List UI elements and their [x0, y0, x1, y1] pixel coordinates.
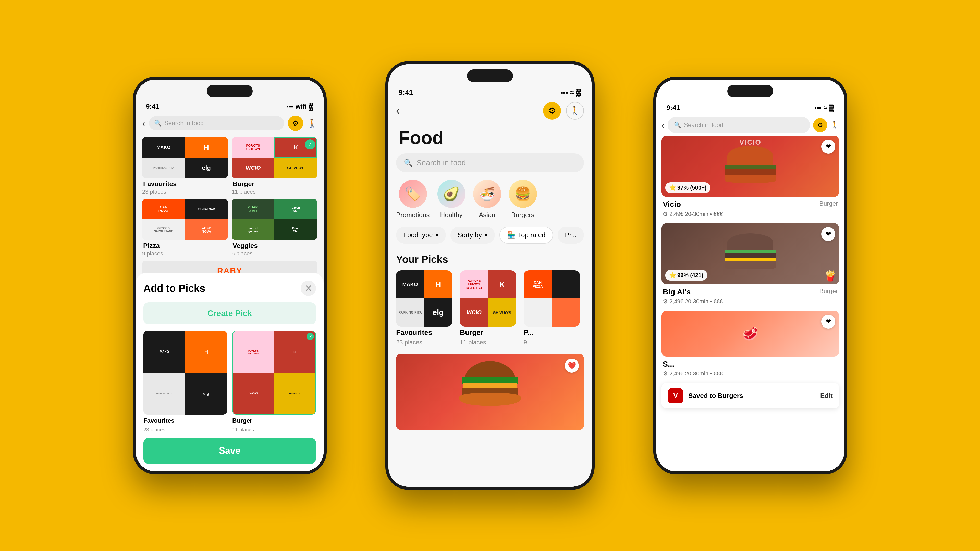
modal-title: Add to Picks	[143, 283, 205, 294]
search-icon-right: 🔍	[674, 122, 681, 128]
signal-center: ▪▪▪	[560, 89, 568, 97]
restaurant-partial[interactable]: 🥩 ❤ S... ⚙ 2,49€ 20-30min • €€€	[662, 311, 839, 378]
bg-pick-burger-count: 11 places	[232, 189, 318, 195]
promotions-label: Promotions	[396, 211, 430, 219]
pick-fav-grid: MAKO H PARKING PITA elg	[396, 270, 452, 327]
phone-left: 9:41 ▪▪▪ wifi ▓ ‹ 🔍 Search in food ⚙	[133, 76, 327, 475]
search-text-center: Search in food	[417, 159, 466, 167]
create-pick-btn[interactable]: Create Pick	[143, 302, 316, 324]
heart-btn-center[interactable]: ❤️	[565, 359, 579, 373]
activity-icon-right[interactable]: 🚶	[830, 121, 839, 129]
category-healthy[interactable]: 🥑 Healthy	[438, 180, 466, 219]
signal-right: ▪▪▪	[815, 104, 821, 112]
wifi-center: ≈	[570, 89, 574, 97]
search-bar-center[interactable]: 🔍 Search in food	[396, 153, 584, 172]
filter-pr-label: Pr...	[565, 231, 576, 239]
filter-sort-chevron: ▾	[484, 231, 488, 239]
delivery-icon-partial: ⚙	[663, 370, 668, 377]
filters-row: Food type ▾ Sorty by ▾ 🏪 Top rated Pr...	[388, 227, 592, 251]
partial-price: • €€€	[710, 370, 723, 377]
category-promotions[interactable]: 🏷️ Promotions	[396, 180, 430, 219]
bg-pick-favourites[interactable]: MAKO H PARKING PITA elg	[142, 137, 228, 195]
modal-pick-favourites[interactable]: MAKO H PARKING PITA elg Favourites 23 pl…	[143, 331, 227, 433]
back-btn-left[interactable]: ‹	[142, 118, 145, 128]
phone-right: 9:41 ▪▪▪ ≈ ▓ ‹ 🔍 Search in food ⚙ 🚶	[653, 76, 847, 475]
picks-scroll: MAKO H PARKING PITA elg Favourites 23 pl…	[388, 270, 592, 354]
modal-pick-burger-label: Burger	[232, 417, 316, 424]
bigals-price: • €€€	[710, 298, 723, 305]
phone-left-inner: 9:41 ▪▪▪ wifi ▓ ‹ 🔍 Search in food ⚙	[136, 79, 324, 472]
filter-food-type[interactable]: Food type ▾	[396, 227, 446, 244]
pick-card-p[interactable]: CANPIZZA P... 9	[524, 270, 580, 346]
bg-pick-veggies[interactable]: CHAKAMO Greenst... honestgreens GoodShit	[232, 199, 318, 257]
modal-picks-grid: MAKO H PARKING PITA elg Favourites 23 pl…	[143, 331, 316, 433]
partial-info: S...	[662, 357, 839, 370]
activity-icon-left[interactable]: 🚶	[307, 118, 317, 128]
restaurant-vicio[interactable]: VICIO ❤ ⭐ 97% (500+) Vicio Burger ⚙	[662, 136, 839, 218]
burgers-label: Burgers	[511, 211, 535, 219]
pick-burger-grid: PORKY'SUPTOWNBARCELONA K VICIO GHIVUO'S	[460, 270, 516, 327]
filter-food-type-chevron: ▾	[435, 231, 439, 239]
pick-p-count: 9	[524, 339, 580, 346]
profile-icon-left[interactable]: ⚙	[288, 116, 303, 131]
activity-icon-center[interactable]: 🚶	[566, 102, 584, 120]
healthy-icon-bg: 🥑	[438, 180, 466, 208]
filter-pr[interactable]: Pr...	[558, 227, 584, 244]
search-icon-center: 🔍	[404, 159, 413, 167]
filter-sort-label: Sorty by	[458, 231, 482, 239]
partial-delivery-time: 20-30min	[685, 370, 708, 377]
toast-icon: V	[668, 388, 683, 403]
bg-pick-veggies-label: Veggies	[232, 240, 318, 250]
signal-icon-left: ▪▪▪	[286, 103, 293, 110]
bg-pick-pizza[interactable]: CANPIZZA TRVFALGAR GROSSONAPOLETANO CREP…	[142, 199, 228, 257]
center-restaurant-card[interactable]: ❤️	[396, 354, 584, 430]
nav-bar-center: ‹ ⚙ 🚶	[388, 99, 592, 125]
bg-pick-fav-label: Favourites	[142, 178, 228, 189]
rating-badge-bigals: ⭐ 96% (421)	[665, 270, 707, 281]
category-asian[interactable]: 🍜 Asian	[473, 180, 501, 219]
restaurant-bigals[interactable]: 🍟 ❤ ⭐ 96% (421) Big Al's Burger ⚙	[662, 223, 839, 306]
profile-icon-center[interactable]: ⚙	[543, 102, 561, 120]
rating-icon-vicio: ⭐	[669, 184, 676, 191]
search-bar-right[interactable]: 🔍 Search in food	[668, 117, 810, 133]
save-btn[interactable]: Save	[143, 438, 316, 464]
modal-pick-burger[interactable]: PORKY'SUPTOWN K VICIO GHIVUO'S ✓ Burger …	[232, 331, 316, 433]
modal-pick-fav-label: Favourites	[143, 417, 227, 424]
pick-card-burger[interactable]: PORKY'SUPTOWNBARCELONA K VICIO GHIVUO'S …	[460, 270, 516, 346]
nav-icons-right: ⚙ 🚶	[543, 102, 584, 120]
bg-pick-pizza-label: Pizza	[142, 240, 228, 250]
heart-btn-vicio[interactable]: ❤	[821, 140, 835, 154]
vicio-delivery-fee: 2,49€	[670, 211, 683, 218]
pick-burger-count: 11 places	[460, 339, 516, 346]
delivery-icon-bigals: ⚙	[663, 298, 668, 305]
top-rated-icon: 🏪	[507, 231, 515, 239]
add-to-picks-modal: Add to Picks ✕ Create Pick MAKO H PARKIN…	[136, 273, 324, 472]
asian-icon-bg: 🍜	[473, 180, 501, 208]
back-btn-center[interactable]: ‹	[396, 105, 400, 117]
category-burgers[interactable]: 🍔 Burgers	[509, 180, 537, 219]
burgers-emoji: 🍔	[514, 186, 531, 202]
filter-top-rated[interactable]: 🏪 Top rated	[500, 227, 553, 244]
healthy-emoji: 🥑	[443, 186, 460, 202]
burgers-icon-bg: 🍔	[509, 180, 537, 208]
filter-sort-by[interactable]: Sorty by ▾	[450, 227, 495, 244]
heart-btn-bigals[interactable]: ❤	[821, 227, 835, 241]
phone-right-inner: 9:41 ▪▪▪ ≈ ▓ ‹ 🔍 Search in food ⚙ 🚶	[656, 79, 844, 472]
back-btn-right[interactable]: ‹	[662, 120, 665, 130]
bg-pick-burger[interactable]: PORKY'SUPTOWN K VICIO GHIVUO'S	[232, 137, 318, 195]
time-right: 9:41	[667, 104, 680, 112]
pick-fav-name: Favourites	[396, 329, 452, 337]
close-modal-btn[interactable]: ✕	[301, 281, 316, 296]
rating-value-vicio: 97% (500+)	[677, 184, 706, 191]
delivery-icon-vicio: ⚙	[663, 211, 668, 218]
search-placeholder-left[interactable]: Search in food	[164, 120, 204, 127]
vicio-info: Vicio Burger	[662, 197, 839, 210]
rating-icon-bigals: ⭐	[669, 272, 676, 279]
saved-toast: V Saved to Burgers Edit	[662, 383, 839, 408]
heart-btn-partial[interactable]: ❤	[821, 314, 835, 329]
toast-edit-btn[interactable]: Edit	[820, 392, 833, 400]
bigals-delivery-fee: 2,49€	[670, 298, 683, 305]
pick-card-favourites[interactable]: MAKO H PARKING PITA elg Favourites 23 pl…	[396, 270, 452, 346]
bg-pick-pizza-count: 9 places	[142, 250, 228, 257]
profile-icon-right[interactable]: ⚙	[813, 118, 827, 132]
